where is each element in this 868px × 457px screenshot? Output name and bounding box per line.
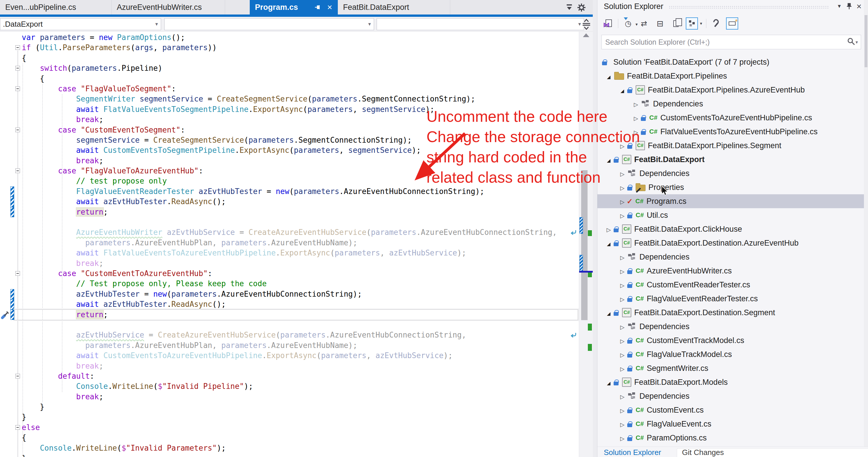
expand-arrow-icon[interactable] — [618, 141, 627, 150]
panel-divider[interactable] — [593, 0, 597, 457]
code-line-25[interactable]: // Test propose only, Please keep the co… — [0, 279, 579, 289]
code-line-6[interactable]: case "FlagValueToSegment": — [0, 84, 579, 94]
expand-arrow-icon[interactable] — [618, 433, 627, 442]
code-line-7[interactable]: SegmentWriter segmentService = CreateSeg… — [0, 94, 579, 104]
code-line-34[interactable]: default: — [0, 371, 579, 381]
code-line-30[interactable]: azEvtHubService = CreateAzureEventHubSer… — [0, 330, 579, 340]
code-line-37[interactable]: } — [0, 402, 579, 412]
fold-collapse-toggle[interactable] — [16, 127, 20, 132]
tree-item-program-cs[interactable]: ✓C#Program.cs — [597, 194, 864, 208]
collapse-arrow-icon[interactable] — [618, 86, 627, 94]
code-line-41[interactable]: Console.WriteLine($"Invalid Parameters")… — [0, 443, 579, 453]
code-line-3[interactable]: { — [0, 53, 579, 63]
pin-icon[interactable] — [844, 2, 854, 11]
tree-item-customeventreadertester-cs[interactable]: C#CustomEventReaderTester.cs — [597, 278, 864, 292]
search-icon[interactable] — [847, 37, 856, 47]
tree-item-util-cs[interactable]: C#Util.cs — [597, 208, 864, 222]
code-line-40[interactable]: { — [0, 433, 579, 443]
code-line-17[interactable]: await azEvtHubTester.ReadAsync(); — [0, 197, 579, 207]
tree-item-dependencies[interactable]: Dependencies — [597, 389, 864, 403]
code-line-12[interactable]: await CustomEventsToSegmentPipeline.Expo… — [0, 145, 579, 155]
tree-item-featbit-dataexport[interactable]: C#FeatBit.DataExport — [597, 152, 864, 167]
pending-changes-filter-icon[interactable]: ◷▾ — [622, 18, 634, 30]
expand-arrow-icon[interactable] — [618, 350, 627, 359]
code-line-28[interactable]: return; — [0, 310, 579, 320]
expand-arrow-icon[interactable] — [618, 392, 627, 401]
preview-selected-items-icon[interactable] — [726, 18, 738, 30]
tree-item-featbit-dataexport-pipelines[interactable]: FeatBit.DataExport.Pipelines — [597, 69, 864, 83]
chevron-down-icon[interactable]: ▾ — [700, 21, 702, 26]
search-input[interactable] — [602, 38, 847, 47]
code-line-18[interactable]: return; — [0, 207, 579, 217]
expand-arrow-icon[interactable] — [618, 406, 627, 415]
tree-item-featbit-dataexport-destination-azureeventhub[interactable]: C#FeatBit.DataExport.Destination.AzureEv… — [597, 236, 864, 250]
fold-collapse-toggle[interactable] — [16, 45, 20, 50]
code-editor[interactable]: var parameters = new ParamOptions();if (… — [0, 32, 579, 457]
code-line-42[interactable]: } — [0, 453, 579, 457]
expand-arrow-icon[interactable] — [618, 197, 627, 206]
fold-collapse-toggle[interactable] — [16, 271, 20, 276]
expand-arrow-icon[interactable] — [618, 280, 627, 289]
expand-arrow-icon[interactable] — [618, 169, 627, 178]
sync-with-active-document-icon[interactable] — [602, 18, 614, 30]
collapse-arrow-icon[interactable] — [604, 308, 613, 317]
tab-solution-explorer[interactable]: Solution Explorer — [604, 448, 661, 457]
code-line-13[interactable]: break; — [0, 156, 579, 166]
code-line-21[interactable]: parameters.AzureEventHubPlan, parameters… — [0, 238, 579, 248]
quick-actions-screwdriver-icon[interactable] — [1, 310, 10, 319]
gear-icon[interactable] — [577, 3, 586, 13]
tree-item-customeventtrackmodel-cs[interactable]: C#CustomEventTrackModel.cs — [597, 334, 864, 347]
tree-item-featbit-dataexport-pipelines-segment[interactable]: C#FeatBit.DataExport.Pipelines.Segment — [597, 139, 864, 152]
chevron-down-icon[interactable]: ▾ — [856, 39, 858, 45]
code-line-22[interactable]: await FlatValueEventsToAzureEventHubPipe… — [0, 248, 579, 258]
view-scope-icon[interactable] — [686, 18, 698, 30]
code-line-29[interactable] — [0, 320, 579, 330]
expand-arrow-icon[interactable] — [618, 253, 627, 262]
tree-item-azureeventhubwriter-cs[interactable]: C#AzureEventHubWriter.cs — [597, 264, 864, 278]
window-position-chevron-icon[interactable]: ▼ — [834, 2, 844, 11]
tree-item-featbit-dataexport-models[interactable]: C#FeatBit.DataExport.Models — [597, 375, 864, 389]
expand-arrow-icon[interactable] — [618, 294, 627, 303]
code-line-24[interactable]: case "CustomEventToAzureEventHub": — [0, 268, 579, 279]
expand-arrow-icon[interactable] — [631, 99, 640, 109]
code-line-11[interactable]: segmentService = CreateSegmentService(pa… — [0, 135, 579, 145]
code-line-10[interactable]: case "CustomEventToSegment": — [0, 125, 579, 135]
code-line-2[interactable]: if (Util.ParseParameters(args, parameter… — [0, 42, 579, 53]
tree-item-solution-featbit-dataexport-7-of-7-projects-[interactable]: Solution 'FeatBit.DataExport' (7 of 7 pr… — [597, 55, 864, 69]
code-line-35[interactable]: Console.WriteLine($"Invalid Pipeline"); — [0, 381, 579, 392]
tree-item-segmentwriter-cs[interactable]: C#SegmentWriter.cs — [597, 361, 864, 375]
close-icon[interactable]: × — [854, 2, 864, 11]
code-line-31[interactable]: parameters.AzureEventHubPlan, parameters… — [0, 340, 579, 350]
solution-explorer-header[interactable]: Solution Explorer ▼ × — [597, 0, 868, 13]
tree-item-featbit-dataexport-pipelines-azureeventhub[interactable]: C#FeatBit.DataExport.Pipelines.AzureEven… — [597, 83, 864, 97]
editor-scrollbar[interactable] — [579, 32, 593, 457]
sync-namespaces-icon[interactable]: ⇄ — [638, 18, 650, 30]
code-line-23[interactable]: break; — [0, 258, 579, 268]
code-line-8[interactable]: await FlatValueEventsToSegmentPipeline.E… — [0, 105, 579, 115]
code-line-16[interactable]: FlagValueEventReaderTester azEvtHubTeste… — [0, 187, 579, 197]
tree-item-dependencies[interactable]: Dependencies — [597, 167, 864, 180]
tree-item-dependencies[interactable]: Dependencies — [597, 319, 864, 334]
type-dropdown[interactable]: ▾ — [164, 18, 374, 30]
document-tab-featbit-dataexport[interactable]: FeatBit.DataExport — [338, 0, 450, 15]
tree-item-dependencies[interactable]: Dependencies — [597, 250, 864, 264]
collapse-arrow-icon[interactable] — [604, 378, 613, 387]
editor-splitter-handle[interactable] — [580, 18, 593, 31]
code-line-27[interactable]: await azEvtHubTester.ReadAsync(); — [0, 299, 579, 309]
code-line-9[interactable]: break; — [0, 115, 579, 125]
document-tab-program-cs[interactable]: Program.cs× — [250, 0, 338, 15]
tree-item-dependencies[interactable]: Dependencies — [597, 97, 864, 111]
expand-arrow-icon[interactable] — [618, 420, 627, 429]
tree-item-properties[interactable]: Properties — [597, 180, 864, 194]
document-tab-even-ubpipeline-cs[interactable]: Even...ubPipeline.cs — [0, 0, 112, 15]
expand-arrow-icon[interactable] — [618, 266, 627, 276]
document-tab-azureeventhubwriter-cs[interactable]: AzureEventHubWriter.cs — [112, 0, 225, 15]
tree-item-customeventstoazureeventhubpipeline-cs[interactable]: C#CustomEventsToAzureEventHubPipeline.cs — [597, 111, 864, 125]
show-all-files-icon[interactable] — [670, 18, 682, 30]
tree-item-customevent-cs[interactable]: C#CustomEvent.cs — [597, 403, 864, 417]
code-line-14[interactable]: case "FlagValueToAzureEventHub": — [0, 166, 579, 176]
expand-arrow-icon[interactable] — [631, 113, 640, 122]
collapse-arrow-icon[interactable] — [604, 155, 613, 164]
fold-collapse-toggle[interactable] — [16, 425, 20, 430]
collapse-all-icon[interactable]: ⊟ — [654, 18, 666, 30]
